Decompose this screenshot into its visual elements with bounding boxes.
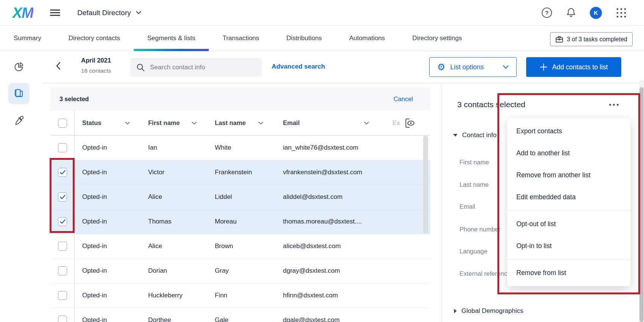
table-row[interactable]: Opted-in Dorian Gray dgray@dsxtest.com [50,259,430,283]
help-icon[interactable]: ? [541,7,552,18]
tab-automations[interactable]: Automations [336,26,399,51]
field-label-email: Email [460,203,475,210]
search-icon [136,63,145,72]
checkmark-icon [60,170,66,175]
row-checkbox-checked[interactable] [58,217,67,226]
column-header-email[interactable]: Email [274,111,378,135]
table-row-selected[interactable]: Opted-in Alice Liddel aliddel@dsxtest.co… [50,185,430,209]
directory-name: Default Directory [77,9,131,17]
table-scrollbar-thumb[interactable] [423,136,428,234]
global-demographics-section-toggle[interactable]: Global Demographics [454,307,523,315]
menu-item-remove-from-another-list[interactable]: Remove from another list [507,164,630,186]
eyedropper-icon[interactable] [14,116,24,126]
table-row[interactable]: Opted-in Huckleberry Finn hfinn@dsxtest.… [50,283,430,308]
menu-item-add-to-another-list[interactable]: Add to another list [507,142,630,164]
sort-chevron-icon[interactable] [364,122,369,125]
panel-title: 3 contacts selected [457,100,525,109]
tasks-completed-badge[interactable]: 3 of 3 tasks completed [550,32,633,46]
triangle-right-icon [454,309,457,313]
directory-tabs: Summary Directory contacts Segments & li… [0,26,644,51]
field-label-last-name: Last name [460,181,489,188]
gear-icon: ⚙ [437,63,445,72]
triangle-down-icon [453,134,458,137]
field-label-external-reference: External reference [460,270,511,277]
directory-lists-nav-active[interactable] [8,83,30,104]
tasks-completed-label: 3 of 3 tasks completed [567,36,627,43]
plus-icon [540,63,547,71]
column-visibility-button[interactable] [404,111,416,135]
table-row-selected[interactable]: Opted-in Thomas Moreau thomas.moreau@dsx… [50,209,430,234]
table-row[interactable]: Opted-in Ian White ian_white76@dsxtest.c… [50,136,430,160]
row-checkbox[interactable] [58,291,67,300]
panel-divider [442,83,442,322]
search-box [130,58,262,77]
briefcase-icon [555,36,563,43]
menu-item-opt-in-to-list[interactable]: Opt-in to list [507,235,630,257]
page-scrollbar-track[interactable] [639,80,644,322]
advanced-search-link[interactable]: Advanced search [272,63,325,70]
menu-item-edit-embedded-data[interactable]: Edit embedded data [507,186,630,208]
top-bar: XM Default Directory ? K [0,0,644,26]
column-header-first-name[interactable]: First name [141,111,207,135]
segments-pie-chart-icon[interactable] [14,62,24,72]
table-row[interactable]: Opted-in Alice Brown aliceb@dsxtest.com [50,234,430,259]
contact-info-section-toggle[interactable]: Contact info [453,131,497,139]
app-grid-icon[interactable] [616,7,627,19]
table-header: Status First name Last name Email Ex [50,111,430,136]
checkmark-icon [60,195,66,199]
xm-logo: XM [13,6,33,20]
row-checkbox-checked[interactable] [58,168,67,177]
field-label-phone-number: Phone number [460,226,500,233]
contact-list-notebook-icon [13,88,25,99]
tab-directory-contacts[interactable]: Directory contacts [55,26,134,51]
chevron-down-icon [503,65,509,69]
table-row-selected[interactable]: Opted-in Victor Frankenstein vfrankenste… [50,160,430,185]
directory-switcher[interactable]: Default Directory [77,9,141,17]
menu-item-export-contacts[interactable]: Export contacts [507,120,630,142]
sort-chevron-icon[interactable] [258,122,263,125]
menu-item-remove-from-list[interactable]: Remove from list [507,262,630,284]
page-scrollbar-thumb[interactable] [639,87,644,322]
bulk-actions-context-menu: Export contacts Add to another list Remo… [507,117,631,286]
svg-text:?: ? [545,9,549,16]
menu-item-opt-out-of-list[interactable]: Opt-out of list [507,213,630,235]
sort-chevron-icon[interactable] [125,122,130,125]
column-header-last-name[interactable]: Last name [207,111,274,135]
contact-count: 16 contacts [81,67,111,74]
list-options-button[interactable]: ⚙ List options [429,57,517,77]
field-label-language: Language [460,248,487,255]
tab-summary[interactable]: Summary [0,26,55,51]
row-checkbox-checked[interactable] [58,192,67,202]
checkmark-icon [60,219,66,224]
cancel-selection-link[interactable]: Cancel [394,95,413,103]
selected-count: 3 selected [59,96,89,103]
row-checkbox[interactable] [58,143,67,152]
left-rail [0,51,42,322]
select-all-checkbox[interactable] [58,119,67,128]
row-checkbox[interactable] [58,242,67,251]
add-contacts-to-list-button[interactable]: Add contacts to list [526,57,621,77]
chevron-down-icon [136,11,141,14]
menu-divider [507,259,630,259]
selection-bar: 3 selected Cancel [50,88,430,111]
notifications-bell-icon[interactable] [566,7,576,18]
tab-directory-settings[interactable]: Directory settings [399,26,475,51]
search-input[interactable] [150,64,256,71]
column-header-truncated: Ex [378,111,400,135]
hamburger-menu-icon[interactable] [50,9,60,16]
row-checkbox[interactable] [58,266,67,275]
menu-divider [507,210,630,211]
table-row[interactable]: Opted-in Dorthee Gale dgale@dsxtest.com [50,308,430,322]
tab-distributions[interactable]: Distributions [273,26,336,51]
column-header-status[interactable]: Status [75,111,141,135]
back-chevron-icon[interactable] [56,62,61,70]
sort-chevron-icon[interactable] [192,122,197,125]
list-name: April 2021 [81,57,111,64]
column-preview-eye-icon [404,117,416,129]
more-actions-button[interactable] [607,102,621,108]
user-avatar[interactable]: K [590,7,602,19]
tab-segments-lists[interactable]: Segments & lists [134,26,209,51]
row-checkbox[interactable] [58,316,67,322]
tab-transactions[interactable]: Transactions [209,26,273,51]
field-label-first-name: First name [460,159,489,166]
